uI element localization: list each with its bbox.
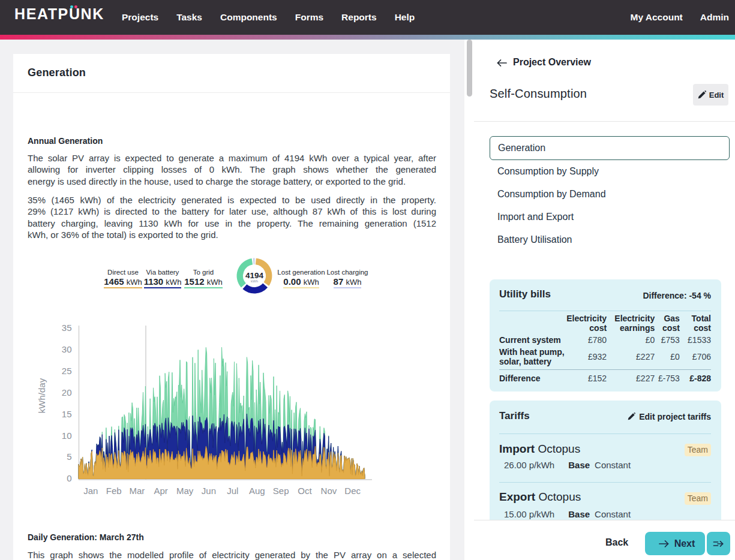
svg-text:kWh/day: kWh/day (37, 378, 47, 413)
svg-text:Dec: Dec (344, 486, 361, 496)
svg-text:5: 5 (67, 451, 71, 462)
svg-text:20: 20 (62, 387, 72, 398)
svg-text:30: 30 (62, 344, 72, 354)
svg-text:Jan: Jan (83, 486, 98, 496)
svg-text:Jul: Jul (227, 486, 238, 496)
svg-text:Sep: Sep (273, 486, 289, 496)
svg-text:May: May (176, 486, 194, 496)
svg-text:Nov: Nov (321, 486, 337, 496)
svg-text:Apr: Apr (154, 486, 168, 496)
svg-text:0: 0 (67, 473, 71, 483)
svg-text:Aug: Aug (249, 486, 265, 496)
svg-text:25: 25 (62, 366, 72, 376)
svg-text:Oct: Oct (298, 486, 312, 496)
svg-text:10: 10 (62, 430, 72, 441)
svg-text:kWh: kWh (251, 279, 258, 283)
svg-text:15: 15 (62, 409, 72, 419)
svg-text:Feb: Feb (106, 486, 122, 496)
svg-text:Mar: Mar (129, 486, 145, 496)
svg-text:35: 35 (62, 323, 72, 333)
svg-text:Jun: Jun (202, 486, 216, 496)
